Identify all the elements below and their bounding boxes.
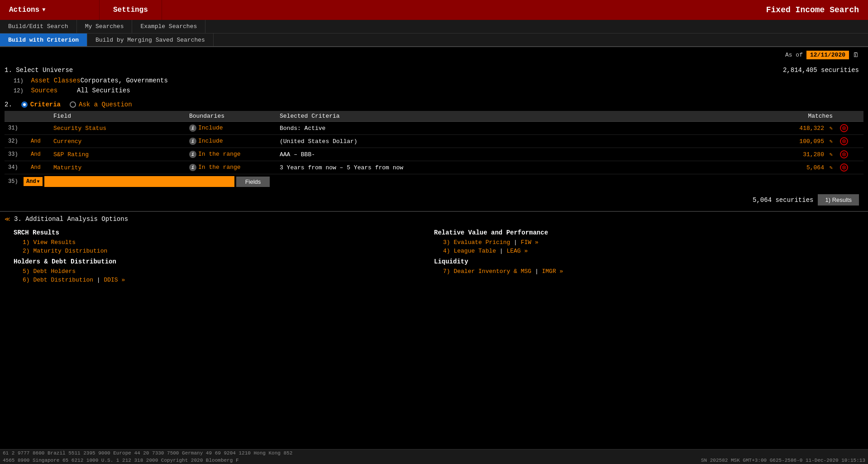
ask-question-radio[interactable]: Ask a Question (70, 101, 132, 108)
selected-criteria-0: Bonds: Active (276, 122, 782, 135)
debt-distribution-link[interactable]: 6) Debt Distribution | DDIS » (14, 276, 434, 284)
actions-menu[interactable]: Actions ▼ (0, 0, 100, 20)
sources-value: All Securities (77, 87, 863, 94)
fields-button[interactable]: Fields (236, 177, 270, 187)
edit-icon-2[interactable]: ✎ (830, 152, 833, 158)
tab-build-merging[interactable]: Build by Merging Saved Searches (87, 33, 214, 46)
field-input[interactable] (44, 176, 234, 187)
selected-criteria-3: 3 Years from now – 5 Years from now (276, 161, 782, 174)
analysis-col-holders: Holders & Debt Distribution 5) Debt Hold… (14, 255, 434, 284)
boundary-1: iInclude (186, 135, 276, 148)
as-of-row: As of 12/11/2020 🗓 (0, 47, 868, 63)
delete-cell-0: ⊗ (836, 122, 863, 135)
table-header-row: Field Boundaries Selected Criteria Match… (5, 111, 863, 122)
table-row: 32) And Currency iInclude (United States… (5, 135, 863, 148)
row-connector-2: And (27, 148, 50, 161)
th-boundaries: Boundaries (186, 111, 276, 122)
delete-icon-0[interactable]: ⊗ (840, 124, 848, 132)
th-matches: Matches (782, 111, 836, 122)
section3-header[interactable]: ≪ 3. Additional Analysis Options (0, 212, 868, 226)
evaluate-pricing-link[interactable]: 3) Evaluate Pricing | FIW » (434, 238, 854, 247)
tab-build-with-criterion[interactable]: Build with Criterion (0, 33, 87, 46)
section3: ≪ 3. Additional Analysis Options SRCH Re… (0, 212, 868, 284)
row-connector-1: And (27, 135, 50, 148)
tab-row-2: Build with Criterion Build by Merging Sa… (0, 33, 868, 47)
status-bar: 61 2 9777 8600 Brazil 5511 2395 9000 Eur… (0, 449, 868, 464)
new-row-num: 35) (8, 178, 22, 185)
delete-icon-2[interactable]: ⊗ (840, 150, 848, 158)
info-icon-2[interactable]: i (189, 151, 196, 158)
analysis-col-relative: Relative Value and Performance 3) Evalua… (434, 226, 854, 255)
field-name-3[interactable]: Maturity (50, 161, 186, 174)
main-content: 1. Select Universe 2,814,405 securities … (0, 63, 868, 211)
results-button[interactable]: 1) Results (818, 194, 859, 206)
universe-row-asset-classes: 11) Asset Classes Corporates, Government… (5, 76, 863, 86)
asset-classes-value: Corporates, Governments (81, 77, 863, 84)
tab-my-searches[interactable]: My Searches (77, 20, 133, 33)
row-num-3: 34) (5, 161, 27, 174)
table-row: 34) And Maturity iIn the range 3 Years f… (5, 161, 863, 174)
info-icon-0[interactable]: i (189, 124, 196, 132)
debt-holders-link[interactable]: 5) Debt Holders (14, 267, 434, 276)
collapse-icon: ≪ (5, 216, 10, 223)
and-dropdown[interactable]: And ▼ (24, 177, 43, 186)
securities-count: 2,814,405 securities (783, 67, 863, 74)
delete-icon-3[interactable]: ⊗ (840, 163, 848, 172)
page-title: Fixed Income Search (766, 0, 868, 20)
th-selected: Selected Criteria (276, 111, 782, 122)
actions-label: Actions (9, 6, 39, 14)
boundary-2: iIn the range (186, 148, 276, 161)
info-icon-3[interactable]: i (189, 164, 196, 171)
settings-menu[interactable]: Settings (100, 0, 162, 20)
criteria-radio[interactable]: Criteria (21, 101, 61, 108)
settings-label: Settings (113, 6, 148, 14)
view-results-link[interactable]: 1) View Results (14, 238, 434, 247)
th-rownum (5, 111, 27, 122)
status-right: SN 202582 MSK GMT+3:00 G625-2586-0 11-De… (701, 458, 865, 463)
calendar-icon[interactable]: 🗓 (853, 52, 859, 59)
section1-title: 1. Select Universe (5, 63, 73, 76)
delete-icon-1[interactable]: ⊗ (840, 137, 848, 145)
tab-build-edit[interactable]: Build/Edit Search (0, 20, 77, 33)
league-table-link[interactable]: 4) League Table | LEAG » (434, 247, 854, 255)
liquidity-title: Liquidity (434, 255, 854, 267)
sources-link[interactable]: 12) Sources (14, 87, 77, 94)
srch-results-title: SRCH Results (14, 226, 434, 238)
row-num-0: 31) (5, 122, 27, 135)
table-row: 31) Security Status iInclude Bonds: Acti… (5, 122, 863, 135)
field-name-2[interactable]: S&P Rating (50, 148, 186, 161)
row-connector-0 (27, 122, 50, 135)
count-row: 5,064 securities 1) Results (5, 189, 863, 211)
maturity-distribution-link[interactable]: 2) Maturity Distribution (14, 247, 434, 255)
boundary-3: iIn the range (186, 161, 276, 174)
tab-example-searches[interactable]: Example Searches (132, 20, 205, 33)
as-of-date[interactable]: 12/11/2020 (806, 51, 849, 59)
th-field: Field (50, 111, 186, 122)
asset-classes-link[interactable]: 11) Asset Classes (14, 77, 81, 84)
matches-val-2: 31,280 ✎ (782, 148, 836, 161)
status-left: 4565 8900 Singapore 65 6212 1000 U.S. 1 … (3, 458, 239, 463)
section2-num: 2. (5, 101, 12, 108)
selected-criteria-2: AAA – BBB- (276, 148, 782, 161)
criteria-label: Criteria (30, 101, 61, 108)
field-name-0[interactable]: Security Status (50, 122, 186, 135)
edit-icon-3[interactable]: ✎ (830, 165, 833, 171)
field-name-1[interactable]: Currency (50, 135, 186, 148)
edit-icon-0[interactable]: ✎ (830, 125, 833, 132)
criteria-radio-dot (21, 101, 28, 108)
boundary-0: iInclude (186, 122, 276, 135)
top-bar: Actions ▼ Settings Fixed Income Search (0, 0, 868, 20)
universe-row-sources: 12) Sources All Securities (5, 86, 863, 96)
selected-criteria-1: (United States Dollar) (276, 135, 782, 148)
actions-arrow: ▼ (42, 7, 45, 13)
edit-icon-1[interactable]: ✎ (830, 139, 833, 145)
analysis-col-liquidity: Liquidity 7) Dealer Inventory & MSG | IM… (434, 255, 854, 284)
th-connector (27, 111, 50, 122)
criteria-table: Field Boundaries Selected Criteria Match… (5, 111, 863, 174)
info-icon-1[interactable]: i (189, 138, 196, 145)
section3-title: 3. Additional Analysis Options (14, 215, 128, 223)
dealer-inventory-link[interactable]: 7) Dealer Inventory & MSG | IMGR » (434, 267, 854, 276)
delete-cell-3: ⊗ (836, 161, 863, 174)
delete-cell-2: ⊗ (836, 148, 863, 161)
delete-cell-1: ⊗ (836, 135, 863, 148)
